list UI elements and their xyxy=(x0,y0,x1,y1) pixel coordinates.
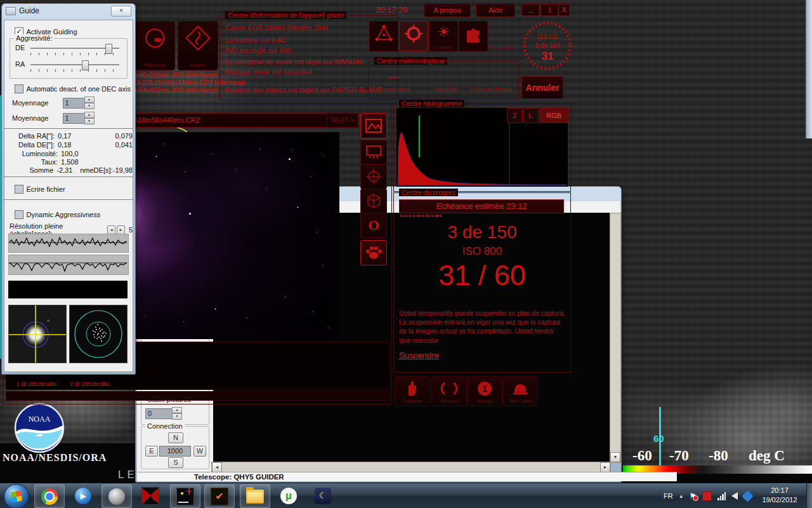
cube-icon xyxy=(365,193,382,210)
moyennage-1-down[interactable]: ▼ xyxy=(84,103,95,109)
ra-slider[interactable] xyxy=(30,64,119,66)
west-button[interactable]: W xyxy=(193,446,206,457)
dynamic-aggressivness-checkbox[interactable] xyxy=(15,210,23,219)
folder-icon xyxy=(246,490,264,504)
chrome-icon xyxy=(41,488,58,505)
parametres-plugin-button[interactable]: Paramètres xyxy=(459,21,488,51)
north-button[interactable]: N xyxy=(168,432,183,443)
stack-down-button[interactable]: ▼ xyxy=(172,413,182,420)
moyennage-2-down[interactable]: ▼ xyxy=(84,118,95,124)
start-button[interactable] xyxy=(4,484,29,508)
humidity-label: Humidité xyxy=(434,86,458,93)
moyennage-2-field[interactable]: 1 xyxy=(63,113,84,124)
planetary-button[interactable]: Planétaire xyxy=(134,21,175,70)
south-button[interactable]: S xyxy=(168,457,183,468)
show-desktop-button[interactable] xyxy=(806,483,812,508)
cube-tool[interactable] xyxy=(360,189,387,214)
taskbar-red-cross-app[interactable] xyxy=(136,485,165,507)
stack-up-button[interactable]: ▲ xyxy=(172,407,182,413)
taskbar-explorer[interactable] xyxy=(240,485,270,508)
weather-value: --- xyxy=(388,72,401,82)
suspend-link[interactable]: Suspendre xyxy=(399,351,439,360)
taskbar-backyardeos[interactable]: ✔ xyxy=(204,485,235,508)
paw-icon xyxy=(365,245,383,260)
ring-tool[interactable]: O xyxy=(360,213,387,238)
stack-count-field[interactable]: 0 xyxy=(145,408,172,419)
camera-model: Canon EOS 1000D (Modèle 254) xyxy=(225,23,328,31)
maximize-button[interactable]: | xyxy=(540,4,558,16)
hidden-icons-button[interactable]: ▲ xyxy=(679,493,684,499)
projector-screen-icon xyxy=(365,145,382,160)
action-center-icon[interactable]: ⚑ xyxy=(690,491,697,501)
phd-plugin-button[interactable]: PHD xyxy=(399,21,428,51)
volume-icon[interactable] xyxy=(731,492,738,500)
scroll-right-button[interactable]: ► xyxy=(600,462,610,472)
taskbar-globe-app[interactable] xyxy=(102,485,132,508)
temp-label-60: -60 xyxy=(632,448,652,464)
moyennage-1-up[interactable]: ▲ xyxy=(84,97,95,103)
taskbar: ▶ ✔ µ ☾ xyxy=(0,483,812,508)
histogram-luminance-button[interactable]: L xyxy=(523,108,538,123)
app-tray-icon[interactable] xyxy=(702,491,712,501)
action-center-alert xyxy=(693,495,698,501)
east-button[interactable]: E xyxy=(145,446,158,457)
bottom-test-cable-label: Test Cable xyxy=(503,398,537,404)
cancel-capture-button[interactable]: Annuler xyxy=(521,76,563,99)
phd-guider-icon xyxy=(404,24,423,43)
paw-tool[interactable] xyxy=(360,240,387,265)
taskbar-guidemaster[interactable] xyxy=(170,485,200,508)
de-slider[interactable] xyxy=(30,48,119,50)
network-icon[interactable] xyxy=(717,492,726,500)
weather-title: Centre météorologique xyxy=(374,57,447,65)
minimize-button[interactable]: _ xyxy=(521,4,539,16)
close-button[interactable]: X xyxy=(558,4,570,16)
tray-clock[interactable]: 20:17 19/02/2012 xyxy=(760,486,799,505)
next-image-button[interactable]: NEXT > xyxy=(327,113,358,128)
preview-one-icon: 1 xyxy=(476,380,494,397)
write-file-checkbox[interactable] xyxy=(15,185,23,194)
background-window-scrollbar[interactable] xyxy=(806,0,812,138)
temp-unit-label: deg C xyxy=(749,448,785,464)
moyennage-2-up[interactable]: ▲ xyxy=(84,112,95,118)
taskbar-media-player[interactable]: ▶ xyxy=(69,485,98,507)
guide-close-button[interactable]: × xyxy=(111,6,131,17)
histogram-title: Centre histogramme xyxy=(399,100,464,107)
ascom-plugin-button[interactable]: ASCOM xyxy=(369,21,398,51)
planet-disc-icon xyxy=(141,25,169,51)
bottom-preview-button[interactable]: 1 Aperçu xyxy=(467,376,502,406)
lumiere-plugin-button[interactable]: ☀ Lumière xyxy=(429,21,458,51)
scroll-left-button[interactable]: ◄ xyxy=(212,462,222,472)
language-indicator[interactable]: FR xyxy=(664,492,673,500)
auto-deact-checkbox[interactable] xyxy=(15,84,23,93)
help-button[interactable]: Aide xyxy=(476,3,515,17)
bottom-capture-button[interactable]: Capturer xyxy=(395,376,430,406)
bottom-preview-label: Aperçu xyxy=(468,398,502,404)
histogram-rgb-button[interactable]: RGB xyxy=(539,108,569,123)
target-tool[interactable] xyxy=(360,164,387,189)
auto-deact-label: Automatic deact. of one DEC axis xyxy=(26,85,130,93)
gm-vertical-scrollbar[interactable]: ▼ xyxy=(610,213,621,463)
taskbar-stellarium[interactable]: ☾ xyxy=(308,485,337,507)
pulse-duration-field[interactable]: 1000 xyxy=(159,446,191,457)
windows-logo-icon xyxy=(11,491,22,502)
fullscreen-tool[interactable] xyxy=(360,140,387,165)
taskbar-chrome[interactable] xyxy=(34,485,65,508)
thumbnail-scroll-strip[interactable] xyxy=(6,391,390,401)
guide-titlebar[interactable]: Guide × xyxy=(2,4,135,18)
align-button[interactable]: Aligner xyxy=(178,21,218,70)
moyennage-1-field[interactable]: 1 xyxy=(63,98,84,109)
noaa-credit: NOAA/NESDIS/ORA xyxy=(3,452,107,464)
image-view-tool[interactable] xyxy=(360,113,387,138)
bottom-loop-button[interactable]: Boucler xyxy=(431,376,467,406)
sync-tray-icon[interactable] xyxy=(742,490,754,502)
histogram-zoom-button[interactable]: 2 xyxy=(507,108,522,123)
bottom-test-cable-button[interactable]: Test Cable xyxy=(502,376,538,406)
histogram-panel: Centre histogramme 2 L RGB xyxy=(393,104,571,192)
scroll-down-button[interactable]: ▼ xyxy=(610,452,620,462)
taskbar-utorrent[interactable]: µ xyxy=(274,485,303,507)
guide-scatter-view xyxy=(69,305,128,363)
moyennage-1-label: Moyennage xyxy=(12,99,49,107)
resolution-value: 5 xyxy=(129,226,133,234)
clock-date: 19/02/2012 xyxy=(760,495,799,505)
about-button[interactable]: A propos xyxy=(424,3,471,17)
